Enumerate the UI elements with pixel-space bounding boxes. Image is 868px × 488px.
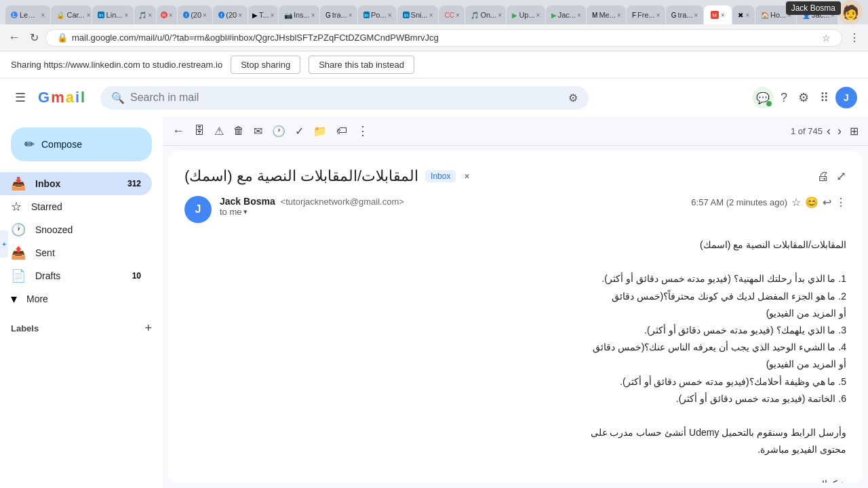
- tab-linkedin[interactable]: in Lin... ×: [92, 5, 134, 24]
- more-email-actions-button[interactable]: ⋮: [835, 196, 846, 209]
- drafts-label: Drafts: [35, 270, 60, 281]
- tab-label18: Fre...: [637, 11, 655, 19]
- sidebar-item-sent[interactable]: 📤 Sent: [0, 241, 152, 264]
- emoji-reaction-button[interactable]: 😊: [805, 196, 818, 209]
- search-container[interactable]: 🔍 ⚙: [100, 86, 589, 110]
- print-button[interactable]: 🖨: [817, 169, 829, 184]
- reply-button[interactable]: ↩: [823, 196, 831, 209]
- tab-close-icon5[interactable]: ×: [169, 12, 173, 19]
- tab-close-icon3[interactable]: ×: [124, 12, 128, 19]
- mark-unread-button[interactable]: ✉: [250, 121, 267, 142]
- sidebar-item-drafts[interactable]: 📄 Drafts 10: [0, 264, 152, 287]
- tab-snip[interactable]: in Sni... ×: [397, 5, 438, 24]
- compose-button[interactable]: ✏ Compose: [11, 127, 152, 161]
- menu-button[interactable]: ☰: [11, 86, 30, 109]
- help-button[interactable]: ?: [776, 87, 791, 109]
- tab-close-icon2[interactable]: ×: [87, 12, 91, 19]
- tab-gtra[interactable]: G tra... ×: [666, 5, 703, 24]
- tab-fre[interactable]: F Fre... ×: [627, 5, 665, 24]
- tab-close-icon6[interactable]: ×: [203, 12, 207, 19]
- prev-email-button[interactable]: ‹: [824, 121, 833, 141]
- sidebar-item-inbox[interactable]: 📥 Inbox 312: [0, 172, 152, 195]
- tab-close-icon13[interactable]: ×: [456, 12, 460, 19]
- move-to-button[interactable]: 📁: [309, 121, 331, 142]
- tab-gmail-active[interactable]: M ×: [704, 5, 732, 24]
- online-indicator: 💬: [752, 87, 774, 108]
- tab-close-icon4[interactable]: ×: [148, 12, 152, 19]
- account-avatar[interactable]: J: [835, 87, 857, 108]
- sidebar-item-snoozed[interactable]: 🕐 Snoozed: [0, 218, 152, 241]
- star-email-button[interactable]: ☆: [791, 196, 801, 209]
- tab-jac[interactable]: ▶ Jac... ×: [546, 5, 586, 24]
- tab-x[interactable]: ✖ ×: [732, 5, 755, 24]
- share-tab-button[interactable]: Share this tab instead: [309, 56, 414, 74]
- tab-close-icon7[interactable]: ×: [238, 12, 242, 19]
- delete-button[interactable]: 🗑: [229, 121, 248, 141]
- next-email-button[interactable]: ›: [835, 121, 844, 141]
- apps-button[interactable]: ⠿: [816, 86, 833, 109]
- search-input[interactable]: [130, 92, 563, 104]
- logo-a: a: [66, 89, 74, 106]
- tab-goog1[interactable]: G tra... ×: [320, 5, 357, 24]
- tab-close-icon14[interactable]: ×: [498, 12, 502, 19]
- search-filter-icon[interactable]: ⚙: [568, 92, 578, 104]
- left-sidebar-toggle[interactable]: ✦: [0, 230, 8, 258]
- refresh-button[interactable]: ↻: [27, 28, 41, 47]
- expand-button[interactable]: ⤢: [836, 169, 846, 184]
- tab-close-icon8[interactable]: ×: [271, 12, 275, 19]
- email-header-row: J Jack Bosma <tutorjacknetwork@gmail.com…: [184, 196, 846, 223]
- label-button[interactable]: 🏷: [332, 121, 351, 141]
- archive-button[interactable]: 🗄: [190, 121, 209, 141]
- settings-browser-button[interactable]: ⋮: [846, 28, 863, 47]
- tab-close-icon12[interactable]: ×: [429, 12, 433, 19]
- tab-on[interactable]: 🎵 On... ×: [465, 5, 506, 24]
- tab-favicon12: in: [403, 12, 409, 18]
- back-to-inbox-button[interactable]: ←: [168, 120, 189, 142]
- address-bar[interactable]: 🔒 mail.google.com/mail/u/0/?tab=rm&ogbl#…: [45, 29, 842, 47]
- user-avatar-bar[interactable]: 🧑: [838, 0, 863, 24]
- tab-close-icon-x[interactable]: ×: [746, 12, 750, 19]
- tab-close-icon19[interactable]: ×: [694, 12, 698, 19]
- tab-close-icon11[interactable]: ×: [388, 12, 392, 19]
- tab-close-icon18[interactable]: ×: [656, 12, 660, 19]
- tab-r[interactable]: R ×: [157, 5, 177, 24]
- back-button[interactable]: ←: [5, 28, 23, 47]
- tab-label17: Me...: [599, 11, 615, 19]
- tab-close-icon17[interactable]: ×: [617, 12, 621, 19]
- tab-fb2[interactable]: f (20 ×: [213, 5, 248, 24]
- tab-me[interactable]: M Me... ×: [587, 5, 626, 24]
- to-line[interactable]: to me ▾: [220, 207, 683, 217]
- report-spam-button[interactable]: ⚠: [210, 121, 228, 142]
- snooze-button[interactable]: 🕐: [268, 121, 290, 142]
- tab-close-icon16[interactable]: ×: [577, 12, 581, 19]
- tab-close-icon[interactable]: ×: [41, 12, 45, 19]
- body-line-7: 5. ما هي وظيفة أحلامك؟(فيديو مدته خمس دق…: [220, 373, 846, 390]
- tab-fb1[interactable]: f (20 ×: [178, 5, 212, 24]
- sidebar-item-more[interactable]: ▾ More: [0, 287, 152, 310]
- settings-button[interactable]: ⚙: [794, 86, 813, 109]
- tab-cc[interactable]: CC ×: [439, 5, 465, 24]
- expand-recipients-icon[interactable]: ▾: [243, 207, 248, 216]
- tab-up[interactable]: ▶ Up... ×: [507, 5, 545, 24]
- sidebar-item-starred[interactable]: ☆ Starred: [0, 195, 152, 218]
- grid-view-button[interactable]: ⊞: [846, 121, 863, 142]
- sender-name-line: Jack Bosma <tutorjacknetwork@gmail.com>: [220, 196, 683, 207]
- tab-close-icon15[interactable]: ×: [536, 12, 540, 19]
- remove-label-button[interactable]: ×: [462, 171, 471, 182]
- tab-lock[interactable]: 🔒 Car... ×: [51, 5, 92, 24]
- tab-close-icon10[interactable]: ×: [349, 12, 353, 19]
- gmail-top-header: ☰ G m a i l 🔍 ⚙ 💬 ? ⚙ ⠿ J: [0, 79, 868, 117]
- tab-music[interactable]: 🎵 ×: [134, 5, 155, 24]
- tab-lee[interactable]: L Lee... ×: [5, 5, 50, 24]
- labels-add-button[interactable]: +: [144, 321, 152, 336]
- more-actions-button[interactable]: ⋮: [353, 119, 373, 142]
- tab-close-icon9[interactable]: ×: [311, 12, 315, 19]
- tab-tt[interactable]: ▶ T... ×: [248, 5, 278, 24]
- stop-sharing-button[interactable]: Stop sharing: [231, 56, 300, 74]
- tab-lipo[interactable]: in Po... ×: [358, 5, 397, 24]
- star-icon[interactable]: ☆: [822, 33, 831, 43]
- tab-ig[interactable]: 📷 Ins... ×: [279, 5, 319, 24]
- add-task-button[interactable]: ✓: [291, 121, 308, 142]
- inbox-badge[interactable]: Inbox: [425, 170, 456, 182]
- tab-close-icon-gmail[interactable]: ×: [721, 12, 725, 19]
